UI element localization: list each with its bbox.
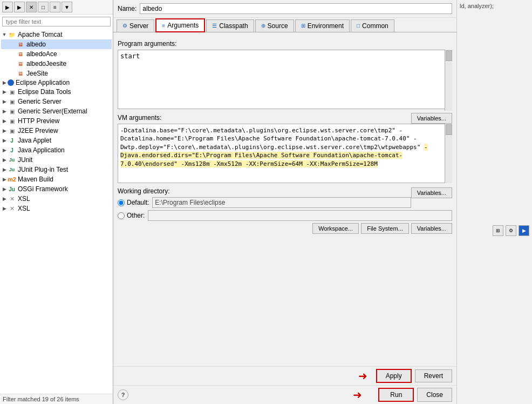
tree-label: OSGi Framework bbox=[18, 185, 68, 193]
vm-args-normal: -Dcatalina.base="F:\core\.metadata\.plug… bbox=[120, 127, 424, 151]
blue-circle-icon bbox=[8, 79, 16, 86]
toolbar-btn-run[interactable]: ▶ bbox=[14, 2, 25, 12]
apply-arrow: ➜ bbox=[358, 369, 367, 382]
name-row: Name: bbox=[113, 0, 456, 18]
tab-source[interactable]: ⊕ Source bbox=[255, 19, 294, 32]
far-right-btn1[interactable]: ⊞ bbox=[493, 225, 503, 236]
toolbar-btn-layout[interactable]: □ bbox=[38, 2, 49, 12]
apply-button[interactable]: Apply bbox=[376, 369, 412, 383]
variables-button-2[interactable]: Variables... bbox=[411, 187, 452, 198]
tree-item-apache-tomcat[interactable]: ▼ 📁 Apache Tomcat bbox=[1, 30, 112, 39]
tree-label: Eclipse Application bbox=[16, 79, 70, 86]
tree-label-albedo: albedo bbox=[26, 41, 46, 48]
vm-args-scrollbar[interactable] bbox=[445, 124, 452, 183]
tree-label: J2EE Preview bbox=[18, 127, 58, 134]
expand-icon: ▶ bbox=[1, 128, 8, 133]
far-right-btn2[interactable]: ⚙ bbox=[506, 225, 516, 236]
filter-input[interactable] bbox=[2, 17, 111, 26]
tree-item-albedojeesite[interactable]: 🖥 albedoJeesite bbox=[1, 59, 112, 69]
common-tab-icon: □ bbox=[357, 23, 360, 29]
default-radio-label[interactable]: Default: bbox=[118, 199, 149, 206]
other-dir-input[interactable] bbox=[148, 210, 452, 221]
tree-item-junit-plugin[interactable]: ▶ Ju JUnit Plug-in Test bbox=[1, 165, 112, 174]
default-dir-row: Default: bbox=[118, 197, 411, 208]
tree-item-task-context-test[interactable]: ▶ ✕ XSL bbox=[1, 194, 112, 204]
other-label: Other: bbox=[127, 212, 145, 219]
other-radio[interactable] bbox=[118, 212, 125, 219]
gray-box-icon: ▣ bbox=[8, 107, 16, 116]
tree-label: Apache Tomcat bbox=[18, 31, 63, 38]
tree-label: JeeSite bbox=[26, 70, 48, 77]
maven-icon: m2 bbox=[8, 175, 16, 184]
file-system-button[interactable]: File System... bbox=[361, 223, 409, 234]
far-right-toolbar: ⊞ ⚙ ▶ bbox=[460, 225, 529, 236]
other-radio-label[interactable]: Other: bbox=[118, 212, 145, 219]
tree-label: HTTP Preview bbox=[18, 117, 59, 125]
run-button[interactable]: Run bbox=[378, 388, 414, 402]
program-args-container: start bbox=[118, 50, 452, 111]
workspace-button[interactable]: Workspace... bbox=[312, 223, 359, 234]
tree-label: XSL bbox=[18, 195, 30, 203]
tree-label: Generic Server(External bbox=[18, 107, 87, 115]
toolbar-btn-dropdown[interactable]: ▼ bbox=[62, 2, 72, 12]
program-args-textarea[interactable]: start bbox=[118, 50, 452, 109]
tree-item-generic-server-external[interactable]: ▶ ▣ Generic Server(External bbox=[1, 106, 112, 116]
expand-icon: ▶ bbox=[1, 186, 8, 192]
default-radio[interactable] bbox=[118, 199, 125, 206]
tree-label: JUnit Plug-in Test bbox=[18, 166, 68, 173]
close-button[interactable]: Close bbox=[417, 388, 452, 402]
name-label: Name: bbox=[118, 5, 137, 12]
tree-label: albedoAce bbox=[26, 50, 57, 58]
gray-box-icon: ▣ bbox=[8, 126, 16, 135]
tree-item-albedo[interactable]: 🖥 albedo bbox=[1, 39, 112, 49]
java-icon: J bbox=[8, 146, 16, 154]
variables-button-1[interactable]: Variables... bbox=[411, 113, 452, 124]
toolbar-btn-menu[interactable]: ≡ bbox=[50, 2, 60, 12]
program-args-scrollbar[interactable] bbox=[445, 50, 452, 111]
tree-item-java-application[interactable]: ▶ J Java Application bbox=[1, 145, 112, 155]
tree-item-eclipse-application[interactable]: ▶ Eclipse Application bbox=[1, 78, 112, 87]
working-dir-section: Working directory: Default: Other: bbox=[118, 187, 452, 234]
toolbar-btn-new[interactable]: ▶ bbox=[2, 2, 13, 12]
tab-common[interactable]: □ Common bbox=[351, 19, 394, 32]
far-right-panel: ld, analyzer); ⊞ ⚙ ▶ bbox=[456, 0, 532, 404]
default-dir-input[interactable] bbox=[152, 197, 411, 208]
tree-item-albedoace[interactable]: 🖥 albedoAce bbox=[1, 49, 112, 59]
tab-server[interactable]: ⚙ Server bbox=[117, 19, 154, 32]
toolbar-btn-stop[interactable]: ✕ bbox=[26, 2, 37, 12]
tree-item-junit[interactable]: ▶ Ju JUnit bbox=[1, 155, 112, 165]
tree-item-eclipse-data-tools[interactable]: ▶ ▣ Eclipse Data Tools bbox=[1, 87, 112, 97]
variables-button-3[interactable]: Variables... bbox=[411, 223, 452, 234]
expand-icon: ▶ bbox=[1, 89, 8, 95]
expand-icon: ▶ bbox=[1, 196, 8, 201]
tree-item-j2ee-preview[interactable]: ▶ ▣ J2EE Preview bbox=[1, 126, 112, 136]
tree-item-http-preview[interactable]: ▶ ▣ HTTP Preview bbox=[1, 116, 112, 126]
tree-item-maven-build[interactable]: ▶ m2 Maven Build bbox=[1, 174, 112, 184]
content-area: Program arguments: start Variables... VM… bbox=[113, 32, 456, 366]
tree-label: Maven Build bbox=[18, 176, 53, 183]
expand-icon: ▶ bbox=[1, 147, 8, 153]
args-tab-icon: ≡ bbox=[162, 23, 165, 29]
junit-icon: Ju bbox=[8, 165, 16, 174]
java-icon: J bbox=[8, 136, 16, 145]
server-icon: 🖥 bbox=[16, 50, 25, 58]
tree-item-generic-server[interactable]: ▶ ▣ Generic Server bbox=[1, 97, 112, 106]
tree-item-osgi-framework[interactable]: ▶ Ju OSGi Framework bbox=[1, 184, 112, 194]
vm-args-display: -Dcatalina.base="F:\core\.metadata\.plug… bbox=[118, 124, 452, 183]
tab-environment[interactable]: ⊞ Environment bbox=[295, 19, 350, 32]
expand-icon: ▶ bbox=[1, 138, 8, 143]
far-right-btn3[interactable]: ▶ bbox=[519, 225, 529, 236]
gray-box-icon: ▣ bbox=[8, 87, 16, 96]
tree-item-xsl[interactable]: ▶ ✕ XSL bbox=[1, 204, 112, 213]
help-button[interactable]: ? bbox=[118, 389, 128, 400]
tab-classpath[interactable]: ☰ Classpath bbox=[206, 19, 254, 32]
vm-args-label: VM arguments: bbox=[118, 114, 452, 122]
tab-arguments[interactable]: ≡ Arguments bbox=[155, 18, 205, 32]
run-close-right: ➜ Run Close bbox=[128, 388, 452, 402]
osgi-icon: Ju bbox=[8, 185, 16, 193]
tree-item-java-applet[interactable]: ▶ J Java Applet bbox=[1, 136, 112, 145]
name-input[interactable] bbox=[140, 3, 452, 14]
expand-icon: ▶ bbox=[1, 177, 8, 182]
tree-item-jeesite[interactable]: 🖥 JeeSite bbox=[1, 69, 112, 78]
revert-button[interactable]: Revert bbox=[415, 369, 452, 382]
